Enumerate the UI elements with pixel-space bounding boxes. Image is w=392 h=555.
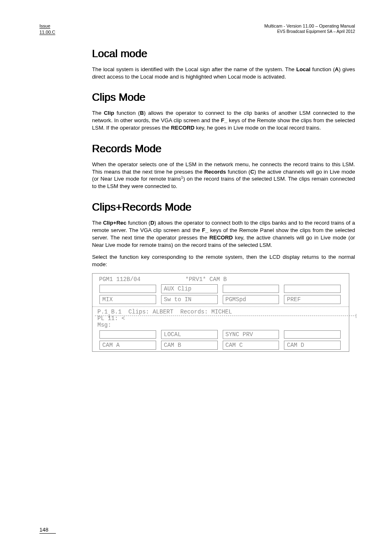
lcd-separator [92, 307, 349, 307]
text: function ( [226, 169, 250, 175]
para-records: When the operator selects one of the LSM… [92, 161, 355, 190]
lcd-cell: LOCAL [161, 330, 218, 339]
heading-cliprec-mode: Clips+Records Mode [92, 201, 355, 214]
lcd-cell [99, 285, 156, 293]
manual-title: Multicam - Version 11.00 – Operating Man… [264, 23, 355, 29]
text-bold: RECORD [209, 235, 233, 241]
lcd-cell: Sw to IN [161, 295, 218, 304]
text: The [92, 110, 104, 116]
lcd-cell [223, 285, 279, 293]
text: function ( [310, 66, 334, 72]
text-bold: RECORD [171, 125, 194, 131]
text-bold: Clip+Rec [103, 220, 127, 226]
lcd-cell: PREF [284, 295, 341, 304]
lcd-cell: CAM A [99, 341, 156, 350]
dash-tick [109, 314, 109, 318]
heading-clips-mode: Clips Mode [92, 91, 355, 104]
text: function ( [114, 110, 140, 116]
text: key, he goes in Live mode on the local r… [194, 125, 321, 131]
content-area: Local mode The local system is identifie… [92, 47, 355, 352]
lcd-playlist-line: PL 11: < [96, 315, 346, 322]
lcd-top-header: PGM1 112B/04 *PRV1* CAM B [96, 276, 346, 283]
heading-records-mode: Records Mode [92, 142, 355, 155]
dash-tick [356, 314, 356, 318]
text-bold: Local [296, 66, 310, 72]
text-bold: F_ [221, 117, 227, 123]
text-bold: Records [204, 169, 226, 175]
text-bold: C [250, 169, 254, 175]
text: function ( [126, 220, 150, 226]
issue-line2: 11.00.C [39, 30, 55, 35]
lcd-display: PGM1 112B/04 *PRV1* CAM B AUX Clip MIX S… [92, 273, 349, 352]
lcd-cell: CAM C [223, 341, 279, 350]
text: The local system is identified with the … [92, 66, 296, 72]
para-cliprec-1: The Clip+Rec function (D) allows the ope… [92, 219, 355, 248]
para-clips: The Clip function (B) allows the operato… [92, 109, 355, 131]
issue-block: Issue 11.00.C [39, 23, 55, 36]
text: The [92, 220, 103, 226]
lcd-cell: SYNC PRV [223, 330, 279, 339]
text-bold: Clip [104, 110, 114, 116]
text-bold: A [335, 66, 339, 72]
lcd-msg-line: Msg: [96, 322, 346, 328]
lcd-cell: AUX Clip [161, 284, 218, 293]
header-right: Multicam - Version 11.00 – Operating Man… [264, 23, 355, 34]
para-cliprec-2: Select the function key corresponding to… [92, 253, 355, 268]
lcd-cell: CAM D [284, 341, 341, 350]
lcd-cell [284, 330, 341, 339]
lcd-underline [95, 316, 356, 316]
page-header: Issue 11.00.C Multicam - Version 11.00 –… [39, 23, 355, 36]
issue-line1: Issue [39, 23, 50, 28]
lcd-cell [284, 285, 341, 293]
lcd-status-line: P.1 B.1 Clips: ALBERT Records: MICHEL [96, 309, 346, 315]
heading-local-mode: Local mode [92, 47, 355, 60]
page-number: 148 [39, 527, 56, 534]
lcd-cell: MIX [99, 295, 156, 304]
text-bold: B [140, 110, 144, 116]
lcd-cell [99, 330, 156, 339]
lcd-cell: PGMSpd [223, 295, 279, 304]
text-bold: F_ [202, 227, 208, 233]
lcd-cell: CAM B [161, 341, 218, 350]
manual-subtitle: EVS Broadcast Equipment SA – April 2012 [264, 29, 355, 34]
para-local: The local system is identified with the … [92, 66, 355, 81]
